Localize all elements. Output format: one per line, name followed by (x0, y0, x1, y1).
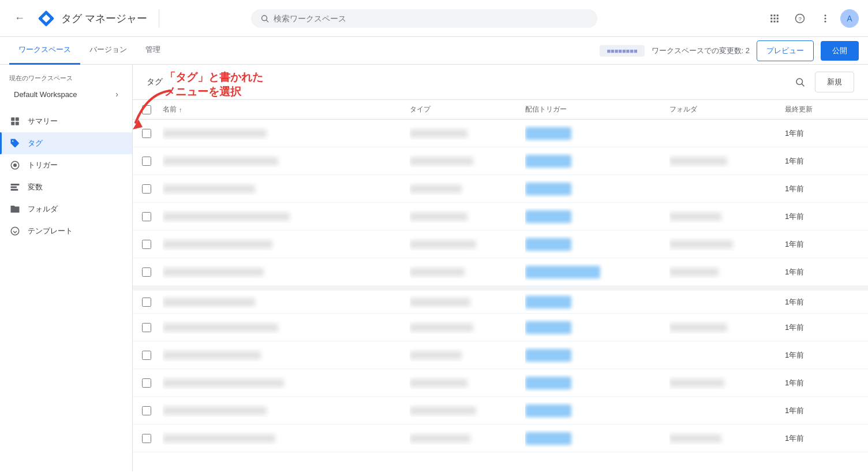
svg-text:?: ? (798, 15, 802, 21)
row-checkbox-3[interactable] (142, 212, 151, 221)
row-checkbox-cell-11[interactable] (142, 434, 163, 443)
sidebar-item-summary[interactable]: サマリー (0, 110, 132, 132)
row-checkbox-cell-2[interactable] (142, 184, 163, 194)
select-all-checkbox[interactable] (142, 105, 151, 114)
row-checkbox-cell-8[interactable] (142, 351, 163, 360)
row-checkbox-0[interactable] (142, 129, 151, 138)
header-icon-actions: ? A (764, 8, 859, 29)
row-checkbox-4[interactable] (142, 240, 151, 249)
table-row[interactable]: 1年前 (133, 314, 868, 341)
cell-name-6 (163, 295, 410, 309)
sidebar-item-triggers[interactable]: トリガー (0, 154, 132, 176)
row-checkbox-cell-4[interactable] (142, 240, 163, 249)
help-icon-button[interactable]: ? (790, 8, 810, 29)
cell-updated-5: 1年前 (785, 265, 854, 280)
row-checkbox-1[interactable] (142, 157, 151, 166)
cell-type-3 (410, 210, 525, 224)
cell-trigger-11 (525, 430, 669, 447)
row-checkbox-cell-10[interactable] (142, 406, 163, 415)
cell-name-8 (163, 348, 410, 362)
cell-trigger-10 (525, 402, 669, 419)
cell-folder-4 (669, 237, 785, 251)
sidebar-nav: サマリー タグ トリ (0, 106, 132, 247)
cell-type-8 (410, 348, 525, 362)
sidebar-item-variables[interactable]: 変数 (0, 176, 132, 198)
sidebar-item-label-triggers: トリガー (28, 160, 58, 170)
col-header-trigger: 配信トリガー (525, 105, 669, 114)
tab-workspace[interactable]: ワークスペース (9, 37, 80, 65)
grid-icon-button[interactable] (764, 8, 785, 29)
svg-rect-8 (773, 17, 775, 19)
row-checkbox-cell-3[interactable] (142, 212, 163, 221)
cell-updated-7: 1年前 (785, 320, 854, 335)
table-row[interactable]: 1年前 (133, 369, 868, 397)
cell-folder-2 (669, 187, 785, 191)
row-checkbox-cell-9[interactable] (142, 378, 163, 388)
table-row[interactable]: 1年前 (133, 203, 868, 231)
svg-rect-27 (11, 189, 18, 191)
row-checkbox-2[interactable] (142, 184, 151, 194)
cell-updated-2: 1年前 (785, 181, 854, 196)
workspace-name-text: Default Workspace (14, 90, 77, 99)
search-input[interactable] (274, 14, 588, 23)
table-row[interactable]: 1年前 (133, 175, 868, 203)
tag-icon (9, 138, 21, 148)
grid-icon (769, 13, 780, 24)
cell-updated-1: 1年前 (785, 154, 854, 169)
avatar[interactable]: A (840, 9, 859, 28)
tab-version[interactable]: バージョン (80, 37, 136, 65)
preview-button[interactable]: プレビュー (757, 40, 814, 61)
row-checkbox-6[interactable] (142, 298, 151, 307)
svg-rect-9 (777, 17, 779, 19)
cell-updated-10: 1年前 (785, 403, 854, 418)
cell-type-10 (410, 404, 525, 418)
workspace-selector[interactable]: Default Workspace › (7, 85, 125, 103)
table-row[interactable]: 1年前 (133, 341, 868, 369)
sidebar-item-folders[interactable]: フォルダ (0, 198, 132, 220)
cell-folder-5 (669, 265, 785, 279)
col-header-name: 名前 ↑ (163, 105, 410, 114)
row-checkbox-cell-7[interactable] (142, 323, 163, 332)
content-header: タグ 新規 (133, 65, 868, 100)
row-checkbox-7[interactable] (142, 323, 151, 332)
help-icon: ? (795, 13, 805, 24)
row-checkbox-9[interactable] (142, 378, 151, 388)
sidebar-item-templates[interactable]: テンプレート (0, 220, 132, 242)
col-header-folder: フォルダ (669, 105, 785, 114)
svg-rect-12 (777, 20, 779, 22)
table-row[interactable]: 1年前 (133, 147, 868, 175)
svg-point-17 (824, 20, 826, 22)
search-content-button[interactable] (790, 72, 810, 92)
back-button[interactable]: ← (9, 8, 30, 29)
select-all-checkbox-cell[interactable] (142, 105, 163, 114)
row-checkbox-10[interactable] (142, 406, 151, 415)
table-row[interactable]: 1年前 (133, 425, 868, 452)
svg-rect-20 (11, 122, 14, 125)
table-row[interactable]: 1年前 (133, 258, 868, 286)
cell-name-9 (163, 376, 410, 390)
row-checkbox-11[interactable] (142, 434, 151, 443)
content-area: 「タグ」と書かれた メニューを選択 タグ 新規 (133, 65, 868, 471)
svg-point-30 (796, 79, 803, 85)
table-row[interactable]: 1年前 (133, 231, 868, 258)
svg-rect-4 (770, 14, 772, 16)
row-checkbox-cell-0[interactable] (142, 129, 163, 138)
row-checkbox-cell-1[interactable] (142, 157, 163, 166)
sidebar-workspace-label: 現在のワークスペース (7, 69, 125, 85)
row-checkbox-5[interactable] (142, 267, 151, 277)
svg-point-15 (824, 14, 826, 16)
row-checkbox-cell-5[interactable] (142, 267, 163, 277)
sidebar-item-tags[interactable]: タグ (0, 132, 132, 154)
tab-admin[interactable]: 管理 (136, 37, 170, 65)
table-header: 名前 ↑ タイプ 配信トリガー フォルダ 最終更新 (133, 100, 868, 120)
table-row[interactable]: 1年前 (133, 120, 868, 147)
table-row[interactable]: 1年前 (133, 286, 868, 314)
more-icon-button[interactable] (815, 8, 836, 29)
publish-button[interactable]: 公開 (821, 41, 859, 61)
nav-tabs: ワークスペース バージョン 管理 ■■■■■■■■ ワークスペースでの変更数: … (0, 37, 868, 65)
table-row[interactable]: 1年前 (133, 397, 868, 425)
row-checkbox-cell-6[interactable] (142, 298, 163, 307)
new-button[interactable]: 新規 (815, 72, 854, 92)
svg-point-2 (261, 15, 267, 20)
row-checkbox-8[interactable] (142, 351, 151, 360)
